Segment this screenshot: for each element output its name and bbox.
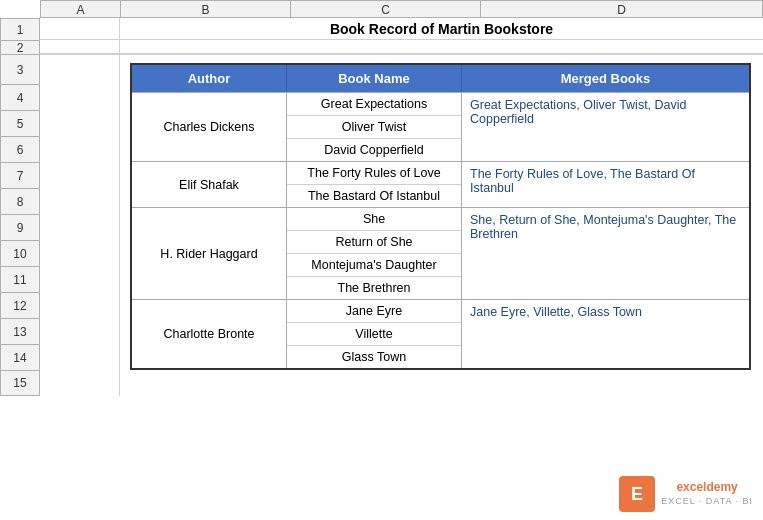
book-montejumas-daughter: Montejuma's Daughter — [287, 254, 461, 277]
book-forty-rules: The Forty Rules of Love — [287, 162, 461, 185]
row-2 — [40, 40, 763, 54]
header-book-name: Book Name — [287, 65, 462, 92]
author-elif-shafak: Elif Shafak — [132, 162, 287, 207]
books-rider-haggard: She Return of She Montejuma's Daughter T… — [287, 208, 462, 299]
spreadsheet: A B C D 1 2 3 4 5 6 7 8 9 10 11 12 13 14… — [0, 0, 763, 520]
book-villette: Villette — [287, 323, 461, 346]
merged-charlotte-bronte: Jane Eyre, Villette, Glass Town — [462, 300, 749, 368]
table-section-row: Author Book Name Merged Books Charles Di… — [40, 54, 763, 396]
cell-a2 — [40, 40, 120, 53]
books-charlotte-bronte: Jane Eyre Villette Glass Town — [287, 300, 462, 368]
row-header-15: 15 — [0, 370, 40, 396]
row-header-1: 1 — [0, 18, 40, 40]
row-header-7: 7 — [0, 162, 40, 188]
col-headers: A B C D — [40, 0, 763, 18]
row-header-5: 5 — [0, 110, 40, 136]
cell-b2 — [120, 40, 763, 53]
col-header-d: D — [480, 0, 763, 18]
book-great-expectations: Great Expectations — [287, 93, 461, 116]
group-rider-haggard: H. Rider Haggard She Return of She Monte… — [132, 207, 749, 299]
cell-title: Book Record of Martin Bookstore — [120, 18, 763, 39]
table-header-row: Author Book Name Merged Books — [132, 65, 749, 92]
row-header-9: 9 — [0, 214, 40, 240]
table-container: Author Book Name Merged Books Charles Di… — [120, 55, 763, 396]
book-bastard-istanbul: The Bastard Of Istanbul — [287, 185, 461, 207]
book-return-of-she: Return of She — [287, 231, 461, 254]
book-table: Author Book Name Merged Books Charles Di… — [130, 63, 751, 370]
header-author: Author — [132, 65, 287, 92]
row-header-2: 2 — [0, 40, 40, 54]
books-charles-dickens: Great Expectations Oliver Twist David Co… — [287, 93, 462, 161]
row-header-12: 12 — [0, 292, 40, 318]
row-header-6: 6 — [0, 136, 40, 162]
grid-area: Book Record of Martin Bookstore Author — [40, 18, 763, 396]
author-charlotte-bronte: Charlotte Bronte — [132, 300, 287, 368]
cell-a1 — [40, 18, 120, 39]
author-charles-dickens: Charles Dickens — [132, 93, 287, 161]
merged-rider-haggard: She, Return of She, Montejuma's Daughter… — [462, 208, 749, 299]
book-oliver-twist: Oliver Twist — [287, 116, 461, 139]
svg-text:E: E — [631, 484, 643, 504]
col-header-c: C — [290, 0, 480, 18]
books-elif-shafak: The Forty Rules of Love The Bastard Of I… — [287, 162, 462, 207]
watermark-logo-icon: E — [619, 476, 655, 512]
merged-charles-dickens: Great Expectations, Oliver Twist, David … — [462, 93, 749, 161]
group-charles-dickens: Charles Dickens Great Expectations Olive… — [132, 92, 749, 161]
row-1: Book Record of Martin Bookstore — [40, 18, 763, 40]
book-glass-town: Glass Town — [287, 346, 461, 368]
watermark: E exceldemy EXCEL · DATA · BI — [619, 476, 753, 512]
header-merged-books: Merged Books — [462, 65, 749, 92]
book-david-copperfield: David Copperfield — [287, 139, 461, 161]
row-header-8: 8 — [0, 188, 40, 214]
watermark-text: exceldemy EXCEL · DATA · BI — [661, 480, 753, 507]
spreadsheet-body: 1 2 3 4 5 6 7 8 9 10 11 12 13 14 15 Book… — [0, 18, 763, 396]
row-header-10: 10 — [0, 240, 40, 266]
book-brethren: The Brethren — [287, 277, 461, 299]
row-headers: 1 2 3 4 5 6 7 8 9 10 11 12 13 14 15 — [0, 18, 40, 396]
merged-elif-shafak: The Forty Rules of Love, The Bastard Of … — [462, 162, 749, 207]
book-she: She — [287, 208, 461, 231]
book-jane-eyre: Jane Eyre — [287, 300, 461, 323]
col-header-b: B — [120, 0, 290, 18]
row-header-14: 14 — [0, 344, 40, 370]
row-header-4: 4 — [0, 84, 40, 110]
row-header-3: 3 — [0, 54, 40, 84]
author-rider-haggard: H. Rider Haggard — [132, 208, 287, 299]
group-elif-shafak: Elif Shafak The Forty Rules of Love The … — [132, 161, 749, 207]
group-charlotte-bronte: Charlotte Bronte Jane Eyre Villette Glas… — [132, 299, 749, 368]
col-header-a: A — [40, 0, 120, 18]
row-header-11: 11 — [0, 266, 40, 292]
row-header-13: 13 — [0, 318, 40, 344]
cell-a-table — [40, 55, 120, 396]
